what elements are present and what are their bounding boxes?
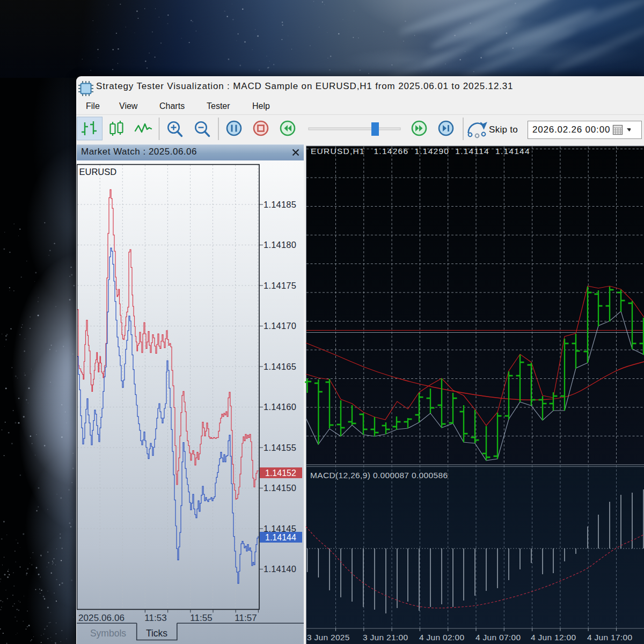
svg-text:1.14150: 1.14150 — [264, 483, 296, 493]
svg-text:1.14185: 1.14185 — [264, 200, 296, 209]
svg-text:1.14165: 1.14165 — [264, 362, 296, 371]
svg-text:Symbols: Symbols — [90, 628, 126, 639]
svg-text:4 Jun 07:00: 4 Jun 07:00 — [475, 633, 521, 642]
svg-text:1.14152: 1.14152 — [265, 469, 296, 478]
svg-text:EURUSD: EURUSD — [79, 167, 117, 177]
svg-text:1.14170: 1.14170 — [264, 321, 296, 331]
svg-text:1.14175: 1.14175 — [264, 281, 296, 290]
svg-text:2025.06.06: 2025.06.06 — [78, 613, 125, 623]
svg-text:3 Jun 2025: 3 Jun 2025 — [307, 633, 350, 642]
svg-text:3 Jun 21:00: 3 Jun 21:00 — [363, 633, 408, 642]
svg-text:4 Jun 12:00: 4 Jun 12:00 — [531, 633, 576, 642]
svg-text:4 Jun 02:00: 4 Jun 02:00 — [419, 633, 464, 642]
svg-text:4 Jun 17:00: 4 Jun 17:00 — [587, 633, 632, 642]
svg-text:Ticks: Ticks — [146, 628, 167, 639]
svg-text:1.14144: 1.14144 — [265, 533, 296, 542]
svg-text:1.14155: 1.14155 — [264, 443, 296, 452]
svg-text:11:53: 11:53 — [144, 613, 166, 623]
svg-text:MACD(12,26,9) 0.000087 0.00058: MACD(12,26,9) 0.000087 0.000586 — [310, 471, 448, 480]
svg-text:1.14140: 1.14140 — [264, 564, 296, 574]
svg-text:1.14180: 1.14180 — [264, 240, 296, 250]
svg-text:1.14145: 1.14145 — [264, 524, 296, 533]
svg-text:EURUSD,H1 1.14266 1.14290: EURUSD,H1 1.14266 1.14290 1.14114 1.1414… — [311, 147, 530, 156]
svg-text:11:57: 11:57 — [235, 613, 257, 623]
svg-text:1.14160: 1.14160 — [264, 402, 296, 412]
svg-text:11:55: 11:55 — [190, 613, 212, 623]
